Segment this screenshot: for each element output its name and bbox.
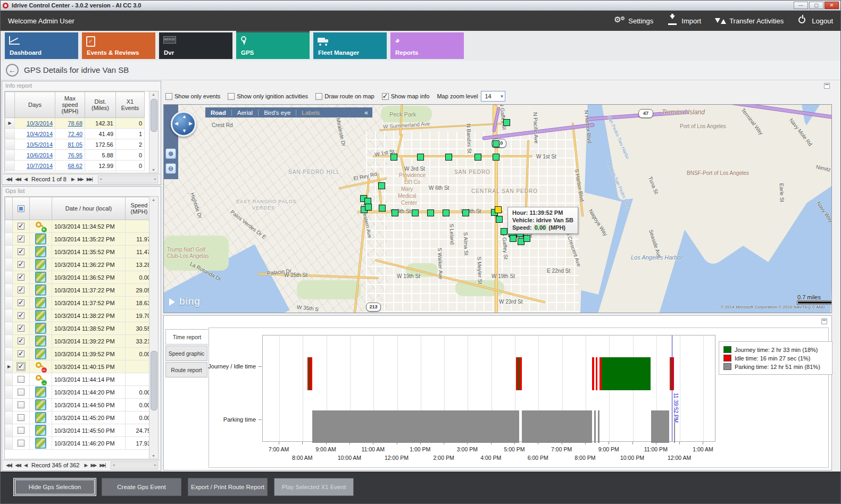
info-report-row[interactable]: 10/5/201481.05172.562 bbox=[5, 139, 145, 150]
gps-list-row[interactable]: 10/3/2014 11:39:52 PM0.00 bbox=[5, 348, 153, 360]
info-nav-next-2[interactable]: ▶▶| bbox=[87, 177, 92, 182]
gps-list-row[interactable]: 10/3/2014 11:44:50 PM0.00 bbox=[5, 399, 153, 411]
minimize-button[interactable]: — bbox=[794, 2, 808, 9]
day-link[interactable]: 10/4/2014 bbox=[27, 131, 53, 137]
gps-date-column-header[interactable]: Date / hour (local) bbox=[52, 197, 126, 220]
bottom-button-hide-gps-selection[interactable]: Hide Gps Selection bbox=[13, 478, 96, 496]
gps-list-scrollbar[interactable] bbox=[149, 197, 158, 459]
gps-row-checkbox[interactable] bbox=[18, 299, 24, 306]
gps-nav-next-2[interactable]: ▶▶| bbox=[99, 463, 105, 468]
info-column-header[interactable]: Max speed (MPH) bbox=[55, 92, 85, 118]
info-report-row[interactable]: 10/7/201468.6212.990 bbox=[5, 161, 145, 171]
gps-point-marker[interactable] bbox=[493, 154, 499, 161]
gps-point-marker[interactable] bbox=[443, 209, 449, 216]
max-speed-link[interactable]: 68.62 bbox=[68, 163, 82, 169]
gps-point-marker[interactable] bbox=[503, 119, 510, 126]
map-mode-road[interactable]: Road bbox=[205, 110, 231, 116]
day-link[interactable]: 10/3/2014 bbox=[27, 120, 53, 127]
info-report-row[interactable]: 10/4/201472.4041.491 bbox=[5, 129, 145, 139]
gps-nav-prev-1[interactable]: ◀◀ bbox=[15, 463, 20, 468]
gps-point-marker[interactable] bbox=[474, 154, 481, 161]
gps-row-checkbox[interactable] bbox=[18, 287, 24, 293]
max-speed-link[interactable]: 76.95 bbox=[68, 152, 82, 158]
map-zoom-in-button[interactable]: ⊕ bbox=[165, 148, 176, 159]
gps-select-all-header[interactable] bbox=[13, 197, 30, 220]
chart-tab-time-report[interactable]: Time report bbox=[165, 329, 209, 345]
bottom-button-export-print-route-report[interactable]: Export / Print Route Report bbox=[188, 478, 268, 496]
gps-point-marker[interactable] bbox=[379, 205, 386, 212]
map-zoom-level-select[interactable]: 14▼ bbox=[481, 91, 505, 102]
info-nav-prev-0[interactable]: ◀◀| bbox=[6, 177, 11, 182]
gps-list-row[interactable]: +10/3/2014 11:34:52 PM bbox=[5, 220, 153, 233]
gps-nav-prev-2[interactable]: ◀ bbox=[24, 463, 27, 468]
info-report-row[interactable]: 10/6/201476.955.880 bbox=[5, 150, 145, 161]
gps-row-checkbox[interactable] bbox=[18, 325, 24, 332]
top-action-transfer-activities[interactable]: Transfer Activities bbox=[715, 15, 784, 26]
gps-row-checkbox[interactable] bbox=[18, 363, 24, 370]
gps-row-checkbox[interactable] bbox=[18, 389, 24, 396]
day-link[interactable]: 10/6/2014 bbox=[27, 152, 53, 158]
max-speed-link[interactable]: 81.05 bbox=[68, 141, 82, 148]
checkbox[interactable] bbox=[228, 93, 235, 100]
map-mode-aerial[interactable]: Aerial bbox=[232, 110, 258, 116]
gps-row-checkbox[interactable] bbox=[18, 261, 24, 268]
gps-point-marker[interactable] bbox=[501, 228, 507, 235]
gps-point-marker[interactable] bbox=[510, 235, 517, 242]
map-mode-bird-s-eye[interactable]: Bird's eye bbox=[259, 110, 296, 116]
back-button[interactable]: ← bbox=[6, 64, 19, 77]
maximize-button[interactable]: ▢ bbox=[809, 2, 823, 9]
info-nav-next-0[interactable]: ▶ bbox=[71, 177, 74, 182]
info-column-header[interactable]: X1 Events bbox=[116, 92, 145, 118]
gps-row-checkbox[interactable] bbox=[18, 223, 24, 230]
gps-point-marker[interactable] bbox=[365, 204, 372, 211]
max-speed-link[interactable]: 72.40 bbox=[68, 131, 82, 137]
info-hscrollbar[interactable] bbox=[98, 175, 158, 183]
checkbox[interactable] bbox=[382, 93, 389, 100]
gps-list-row[interactable]: 10/3/2014 11:45:20 PM0.00 bbox=[5, 411, 153, 424]
chart-tab-route-report[interactable]: Route report bbox=[165, 362, 207, 377]
tab-events-reviews[interactable]: ✓Events & Reviews bbox=[82, 32, 155, 59]
gps-point-marker[interactable] bbox=[462, 209, 469, 216]
map-mode-labels[interactable]: Labels bbox=[296, 110, 325, 116]
top-action-logout[interactable]: Logout bbox=[797, 15, 833, 26]
gps-hscrollbar[interactable] bbox=[111, 461, 158, 469]
gps-list-row[interactable]: 10/3/2014 11:46:20 PM17.93 bbox=[5, 437, 153, 450]
info-report-row[interactable]: ▶10/3/201478.68142.310 bbox=[5, 118, 145, 129]
gps-list-row[interactable]: 10/3/2014 11:37:52 PM18.63 bbox=[5, 297, 153, 309]
map-zoom-out-button[interactable]: ⊖ bbox=[165, 163, 176, 174]
gps-list-row[interactable]: 10/3/2014 11:38:52 PM30.55 bbox=[5, 322, 153, 335]
gps-row-checkbox[interactable] bbox=[18, 236, 24, 242]
tab-dvr[interactable]: MERGEDvr bbox=[159, 32, 232, 59]
gps-nav-next-1[interactable]: ▶▶ bbox=[90, 463, 96, 468]
gps-row-checkbox[interactable] bbox=[18, 248, 24, 255]
tab-reports[interactable]: ◕Reports bbox=[390, 32, 464, 59]
checkbox[interactable] bbox=[165, 93, 172, 100]
gps-row-checkbox[interactable] bbox=[18, 376, 24, 383]
gps-list-row[interactable]: 10/3/2014 11:36:22 PM13.28 bbox=[5, 258, 153, 271]
gps-row-checkbox[interactable] bbox=[18, 274, 24, 281]
gps-row-checkbox[interactable] bbox=[18, 401, 24, 408]
map-compass-control[interactable]: ▲▼ ◀▶ bbox=[171, 111, 196, 137]
selected-gps-point-marker[interactable] bbox=[495, 206, 502, 213]
gps-list-row[interactable]: 10/3/2014 11:35:22 PM11.97 bbox=[5, 233, 153, 246]
gps-row-checkbox[interactable] bbox=[18, 312, 24, 319]
gps-point-marker[interactable] bbox=[496, 216, 503, 223]
gps-list-row[interactable]: 10/3/2014 11:44:20 PM0.00 bbox=[5, 386, 153, 399]
info-nav-prev-1[interactable]: ◀◀ bbox=[15, 177, 20, 182]
gps-row-checkbox[interactable] bbox=[18, 414, 24, 421]
map-option-draw-route-on-map[interactable]: Draw route on map bbox=[315, 93, 374, 100]
gps-row-checkbox[interactable] bbox=[18, 440, 24, 447]
gps-list-row[interactable]: 10/3/2014 11:36:52 PM0.00 bbox=[5, 271, 153, 284]
gps-row-checkbox[interactable] bbox=[18, 350, 24, 357]
gps-point-marker[interactable] bbox=[493, 140, 499, 147]
gps-point-marker[interactable] bbox=[427, 209, 434, 216]
gps-row-checkbox[interactable] bbox=[18, 427, 24, 434]
tab-dashboard[interactable]: Dashboard bbox=[5, 32, 78, 59]
map-option-show-only-ignition-activities[interactable]: Show only ignition activities bbox=[228, 93, 308, 100]
gps-point-marker[interactable] bbox=[392, 209, 398, 216]
top-action-import[interactable]: Import bbox=[667, 15, 701, 26]
day-link[interactable]: 10/7/2014 bbox=[27, 163, 53, 169]
chart-tab-speed-graphic[interactable]: Speed graphic bbox=[165, 346, 207, 361]
gps-list-row[interactable]: →10/3/2014 11:44:14 PM bbox=[5, 373, 153, 386]
max-speed-link[interactable]: 78.68 bbox=[68, 120, 82, 127]
